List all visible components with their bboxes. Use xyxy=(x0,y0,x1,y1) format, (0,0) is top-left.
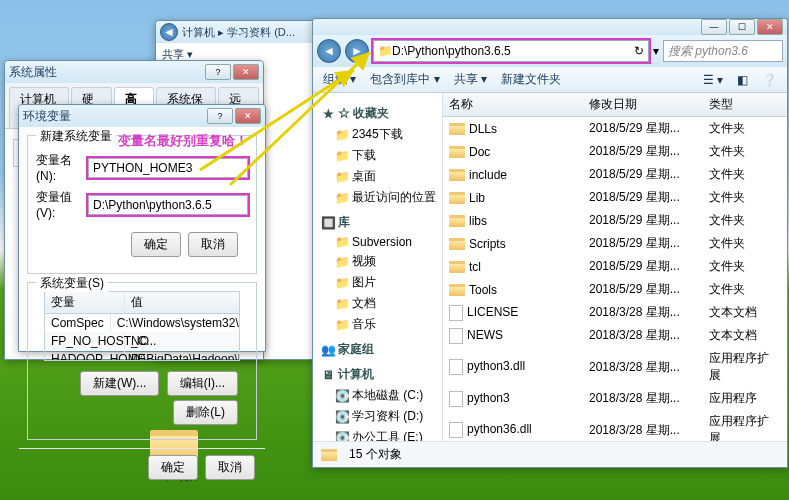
annotation-text: 变量名最好别重复哈！ xyxy=(118,132,248,150)
tree-node[interactable]: 💽学习资料 (D:) xyxy=(317,406,438,427)
nav-back-button[interactable]: ◄ xyxy=(317,39,341,63)
sysvars-list[interactable]: 变量值 ComSpecC:\Windows\system32\cmd.exeFP… xyxy=(44,291,240,361)
view-icon[interactable]: ☰ ▾ xyxy=(703,73,723,87)
bg-nav-back[interactable]: ◄ xyxy=(160,23,178,41)
varname-input[interactable] xyxy=(88,158,248,178)
close-button[interactable]: ✕ xyxy=(757,19,783,35)
ok-button[interactable]: 确定 xyxy=(131,232,181,257)
tree-node[interactable]: 🔲库 xyxy=(317,212,438,233)
address-bar[interactable]: 📁 D:\Python\python3.6.5 ↻ xyxy=(373,40,649,62)
edit-button[interactable]: 编辑(I)... xyxy=(167,371,238,396)
cancel-button[interactable]: 取消 xyxy=(205,455,255,480)
file-row[interactable]: LICENSE2018/3/28 星期...文本文档30 KB xyxy=(443,301,787,324)
ok-button[interactable]: 确定 xyxy=(148,455,198,480)
envvar-titlebar[interactable]: 环境变量 ?✕ xyxy=(19,105,265,127)
tree-node[interactable]: 📁视频 xyxy=(317,251,438,272)
include-menu[interactable]: 包含到库中 ▾ xyxy=(370,71,439,88)
col-type[interactable]: 类型 xyxy=(703,93,783,116)
tree-node[interactable]: 📁音乐 xyxy=(317,314,438,335)
folder: 📁 xyxy=(335,297,349,311)
drive: 💽 xyxy=(335,431,349,442)
file-row[interactable]: DLLs2018/5/29 星期...文件夹 xyxy=(443,117,787,140)
close-button[interactable]: ✕ xyxy=(235,108,261,124)
file-row[interactable]: tcl2018/5/29 星期...文件夹 xyxy=(443,255,787,278)
file-icon xyxy=(449,359,463,375)
envvar-window: 环境变量 ?✕ 新建系统变量 变量名最好别重复哈！ 变量名(N): 变量值(V)… xyxy=(18,104,266,352)
sysprop-titlebar[interactable]: 系统属性 ?✕ xyxy=(5,61,263,83)
tree-node[interactable]: 💽本地磁盘 (C:) xyxy=(317,385,438,406)
bg-breadcrumb[interactable]: 计算机 ▸ 学习资料 (D... xyxy=(178,25,310,40)
folder: 📁 xyxy=(335,170,349,184)
tree-node[interactable]: 💽办公工具 (E:) xyxy=(317,427,438,441)
file-icon xyxy=(449,422,463,438)
file-list: 名称 修改日期 类型 大小 DLLs2018/5/29 星期...文件夹Doc2… xyxy=(443,93,787,441)
folder-icon xyxy=(449,192,465,204)
file-row[interactable]: Scripts2018/5/29 星期...文件夹 xyxy=(443,232,787,255)
tree-node[interactable]: 📁最近访问的位置 xyxy=(317,187,438,208)
tree-node[interactable]: 🖥计算机 xyxy=(317,364,438,385)
sysvar-row[interactable]: ComSpecC:\Windows\system32\cmd.exe xyxy=(45,314,239,332)
tree-node[interactable]: 📁文档 xyxy=(317,293,438,314)
sysprop-title: 系统属性 xyxy=(9,64,205,81)
help-icon[interactable]: ❔ xyxy=(762,73,777,87)
col-name[interactable]: 名称 xyxy=(443,93,583,116)
file-row[interactable]: Tools2018/5/29 星期...文件夹 xyxy=(443,278,787,301)
cancel-button[interactable]: 取消 xyxy=(188,232,238,257)
refresh-icon[interactable]: ↻ xyxy=(634,44,644,58)
help-button[interactable]: ? xyxy=(205,64,231,80)
delete-button[interactable]: 删除(L) xyxy=(173,400,238,425)
folder-icon xyxy=(449,261,465,273)
folder-icon xyxy=(449,215,465,227)
varvalue-label: 变量值(V): xyxy=(36,189,82,220)
help-button[interactable]: ? xyxy=(207,108,233,124)
file-row[interactable]: libs2018/5/29 星期...文件夹 xyxy=(443,209,787,232)
explorer-toolbar: 组织 ▾ 包含到库中 ▾ 共享 ▾ 新建文件夹 ☰ ▾ ◧ ❔ xyxy=(313,67,787,93)
preview-icon[interactable]: ◧ xyxy=(737,73,748,87)
sysvars-label: 系统变量(S) xyxy=(36,275,108,292)
sysvar-row[interactable]: HADOOP_HOMED:\BigData\Hadoop\hadoop\hado… xyxy=(45,350,239,361)
tree-node[interactable]: 📁2345下载 xyxy=(317,124,438,145)
star: ★ xyxy=(321,107,335,121)
search-input[interactable]: 搜索 python3.6 xyxy=(663,40,783,62)
file-row[interactable]: Lib2018/5/29 星期...文件夹 xyxy=(443,186,787,209)
file-row[interactable]: python32018/3/28 星期...应用程序99 KB xyxy=(443,387,787,410)
col-size[interactable]: 大小 xyxy=(783,93,787,116)
minimize-button[interactable]: — xyxy=(701,19,727,35)
file-row[interactable]: Doc2018/5/29 星期...文件夹 xyxy=(443,140,787,163)
bg-titlebar: ◄ 计算机 ▸ 学习资料 (D... xyxy=(156,21,314,43)
organize-menu[interactable]: 组织 ▾ xyxy=(323,71,356,88)
status-text: 15 个对象 xyxy=(349,446,402,463)
file-row[interactable]: NEWS2018/3/28 星期...文本文档384 KB xyxy=(443,324,787,347)
file-row[interactable]: python36.dll2018/3/28 星期...应用程序扩展3,527 K… xyxy=(443,410,787,441)
file-icon xyxy=(449,328,463,344)
nav-tree[interactable]: ★☆ 收藏夹📁2345下载📁下载📁桌面📁最近访问的位置🔲库📁Subversion… xyxy=(313,93,443,441)
tree-node[interactable]: 👥家庭组 xyxy=(317,339,438,360)
explorer-titlebar[interactable]: —☐✕ xyxy=(313,19,787,35)
folder-icon xyxy=(449,169,465,181)
col-var[interactable]: 变量 xyxy=(45,292,125,313)
maximize-button[interactable]: ☐ xyxy=(729,19,755,35)
tree-node[interactable]: ★☆ 收藏夹 xyxy=(317,103,438,124)
share-menu[interactable]: 共享 ▾ xyxy=(454,71,487,88)
folder: 📁 xyxy=(335,318,349,332)
address-text: D:\Python\python3.6.5 xyxy=(392,44,511,58)
newfolder-button[interactable]: 新建文件夹 xyxy=(501,71,561,88)
address-dropdown[interactable]: ▾ xyxy=(653,44,659,58)
folder-icon xyxy=(449,284,465,296)
folder: 📁 xyxy=(335,149,349,163)
col-val[interactable]: 值 xyxy=(125,292,239,313)
close-button[interactable]: ✕ xyxy=(233,64,259,80)
col-date[interactable]: 修改日期 xyxy=(583,93,703,116)
explorer-nav: ◄ ► 📁 D:\Python\python3.6.5 ↻ ▾ 搜索 pytho… xyxy=(313,35,787,67)
tree-node[interactable]: 📁图片 xyxy=(317,272,438,293)
sysvar-row[interactable]: FP_NO_HOST_C...NO xyxy=(45,332,239,350)
file-row[interactable]: python3.dll2018/3/28 星期...应用程序扩展58 KB xyxy=(443,347,787,387)
tree-node[interactable]: 📁Subversion xyxy=(317,233,438,251)
tree-node[interactable]: 📁下载 xyxy=(317,145,438,166)
new-button[interactable]: 新建(W)... xyxy=(80,371,159,396)
tree-node[interactable]: 📁桌面 xyxy=(317,166,438,187)
nav-forward-button[interactable]: ► xyxy=(345,39,369,63)
file-row[interactable]: include2018/5/29 星期...文件夹 xyxy=(443,163,787,186)
folder-icon xyxy=(449,123,465,135)
varvalue-input[interactable] xyxy=(88,195,248,215)
